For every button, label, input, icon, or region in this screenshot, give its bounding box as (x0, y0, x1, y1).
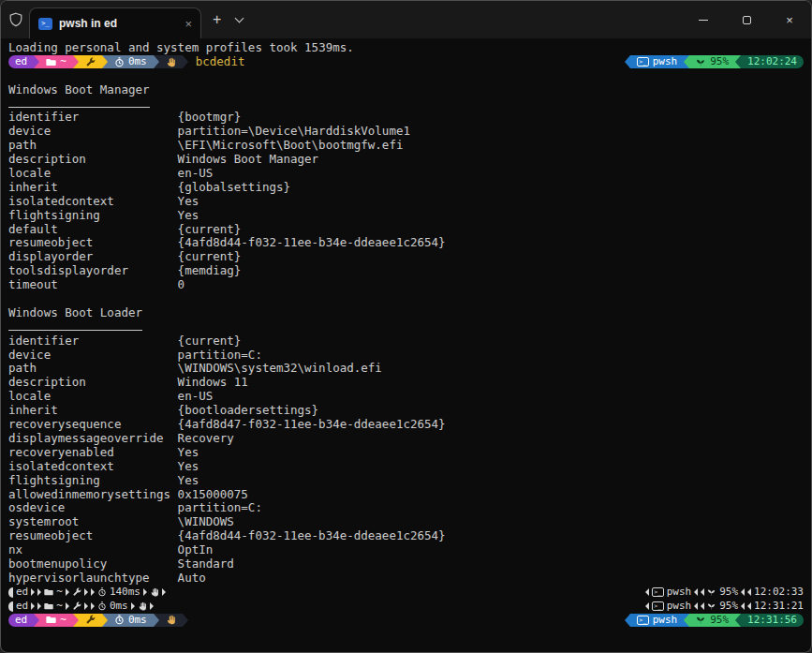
powerline-separator-icon (735, 614, 741, 627)
maximize-icon (743, 16, 751, 24)
powerline-separator-icon (102, 55, 108, 68)
bcdedit-key: allowedinmemorysettings (8, 488, 178, 502)
powerline-separator-icon (684, 614, 689, 627)
bcdedit-value: Auto (178, 571, 206, 586)
bcdedit-value: Yes (178, 474, 199, 488)
separator-icon (694, 588, 698, 596)
powerline-separator-icon (183, 614, 188, 627)
tools-segment (79, 614, 102, 627)
bcdedit-key: path (8, 139, 178, 153)
minimize-icon (699, 20, 708, 21)
shell-segment: >_ pwsh (630, 55, 684, 68)
bcdedit-value: Windows Boot Manager (178, 153, 319, 167)
bcdedit-key: device (8, 125, 178, 139)
bcdedit-value: Windows 11 (178, 376, 248, 390)
status-segment (159, 614, 183, 627)
clock-segment: 12:02:24 (741, 55, 804, 68)
bcdedit-key: device (8, 349, 178, 363)
wrench-icon (72, 601, 81, 611)
stopwatch-icon (97, 601, 107, 611)
bcdedit-row: resumeobject{4afd8d44-f032-11ee-b34e-dde… (8, 529, 804, 543)
separator-icon (84, 588, 88, 596)
terminal-content[interactable]: Loading personal and system profiles too… (1, 38, 811, 652)
plant-icon (696, 57, 706, 67)
section-title: Windows Boot Manager (8, 83, 804, 97)
plant-icon (707, 587, 716, 597)
bcdedit-key: recoveryenabled (8, 446, 178, 460)
bcdedit-value: {memdiag} (178, 264, 242, 278)
bcdedit-value: {4afd8d47-f032-11ee-b34e-ddeaee1c2654} (178, 418, 446, 432)
bcdedit-value: \WINDOWS\system32\winload.efi (178, 362, 382, 376)
bcdedit-row: localeen-US (8, 390, 804, 404)
bcdedit-row: descriptionWindows Boot Manager (8, 153, 804, 167)
bcdedit-row: nxOptIn (8, 543, 804, 557)
separator-icon (645, 602, 649, 610)
bcdedit-value: en-US (178, 390, 214, 404)
separator-icon (701, 588, 704, 596)
bcdedit-key: isolatedcontext (8, 460, 178, 474)
separator-icon (694, 602, 698, 610)
close-button[interactable]: × (768, 1, 811, 38)
maximize-button[interactable] (725, 1, 768, 38)
path-label: ~ (56, 586, 63, 600)
bcdedit-key: inherit (8, 404, 178, 418)
bcdedit-row: displaymessageoverrideRecovery (8, 432, 804, 446)
shell-label: pwsh (653, 614, 678, 628)
tab-dropdown-icon[interactable] (235, 14, 244, 23)
separator-icon (162, 588, 166, 596)
path-label: ~ (60, 55, 66, 69)
battery-label: 95% (710, 55, 729, 69)
separator-icon (37, 602, 41, 610)
powerline-separator-icon (34, 55, 39, 68)
bcdedit-row: path\EFI\Microsoft\Boot\bootmgfw.efi (8, 139, 804, 153)
bcdedit-value: {4afd8d44-f032-11ee-b34e-ddeaee1c2654} (178, 236, 446, 250)
clock-segment: 12:31:56 (741, 614, 804, 627)
battery-label: 95% (719, 586, 738, 600)
command-text: bcdedit (196, 55, 245, 69)
shell-label: pwsh (653, 55, 678, 69)
bcdedit-row: inherit{globalsettings} (8, 181, 804, 195)
separator-icon (741, 588, 745, 596)
separator-icon (747, 588, 751, 596)
tools-segment (79, 55, 102, 68)
separator-icon (31, 588, 35, 596)
bcdedit-value: 0x15000075 (178, 488, 248, 502)
duration-label: 0ms (128, 614, 147, 628)
bcdedit-value: Standard (178, 557, 234, 571)
bcdedit-output: Windows Boot Manageridentifier{bootmgr}d… (8, 69, 804, 586)
minimize-button[interactable] (682, 1, 725, 38)
bcdedit-value: Yes (178, 195, 199, 209)
powerline-separator-icon (154, 55, 159, 68)
bcdedit-row: bootmenupolicyStandard (8, 557, 804, 571)
bcdedit-key: resumeobject (8, 529, 178, 543)
powerline-separator-icon (735, 55, 741, 68)
bcdedit-key: isolatedcontext (8, 195, 178, 209)
bcdedit-key: systemroot (8, 515, 178, 529)
prompt-cap-icon (8, 587, 13, 598)
hand-icon (166, 57, 176, 67)
section-underline (8, 97, 804, 111)
bcdedit-value: partition=\Device\HarddiskVolume1 (178, 125, 410, 139)
startup-message: Loading personal and system profiles too… (8, 41, 804, 55)
shell-label: pwsh (667, 586, 692, 600)
bcdedit-key: bootmenupolicy (8, 557, 178, 571)
shell-label: pwsh (667, 600, 692, 614)
user-label: ed (15, 55, 27, 69)
tab-close-icon[interactable]: × (182, 18, 195, 30)
titlebar[interactable]: >_ pwsh in ed × + × (1, 1, 811, 38)
bcdedit-row: identifier{current} (8, 334, 804, 349)
new-tab-button[interactable]: + (213, 12, 221, 27)
bcdedit-row: descriptionWindows 11 (8, 376, 804, 390)
user-label: ed (15, 614, 27, 628)
separator-icon (66, 602, 69, 610)
folder-icon (46, 615, 56, 625)
bcdedit-value: {current} (178, 250, 242, 264)
bcdedit-key: description (8, 376, 178, 390)
bcdedit-value: \EFI\Microsoft\Boot\bootmgfw.efi (178, 139, 404, 153)
bcdedit-value: {4afd8d44-f032-11ee-b34e-ddeaee1c2654} (178, 529, 446, 543)
path-label: ~ (56, 600, 63, 614)
tab-pwsh[interactable]: >_ pwsh in ed × (29, 7, 201, 38)
bcdedit-value: partition=C: (178, 501, 262, 515)
powerline-separator-icon (625, 614, 630, 627)
bcdedit-value: \WINDOWS (178, 515, 234, 529)
